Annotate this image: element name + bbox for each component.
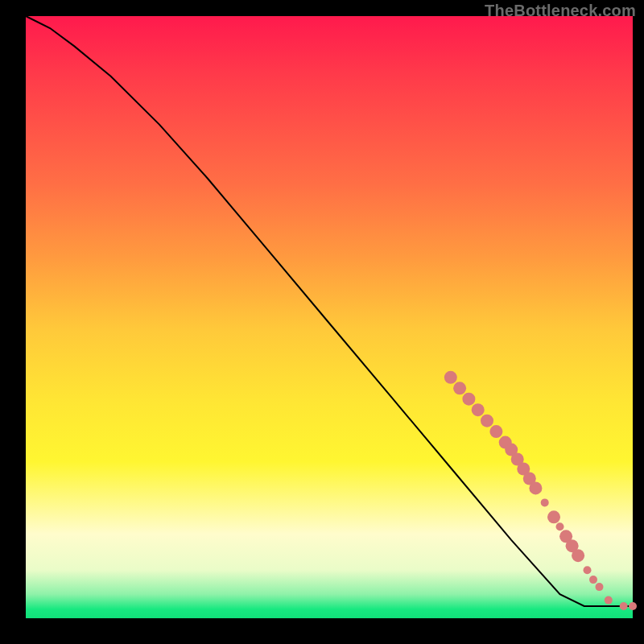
highlight-point — [489, 425, 502, 438]
bottleneck-curve-line — [26, 16, 633, 606]
highlight-point — [472, 403, 485, 416]
highlight-points-group — [444, 371, 637, 610]
highlight-point — [529, 481, 542, 494]
highlight-point — [572, 549, 584, 562]
highlight-point — [481, 415, 493, 427]
highlight-point — [547, 510, 560, 523]
chart-plot-area — [26, 16, 633, 618]
chart-frame: TheBottleneck.com — [0, 0, 644, 644]
highlight-point — [462, 393, 475, 406]
watermark-text: TheBottleneck.com — [485, 2, 636, 20]
highlight-point — [629, 602, 637, 610]
highlight-point — [453, 382, 466, 394]
highlight-point — [444, 371, 457, 384]
highlight-point — [541, 498, 549, 506]
highlight-point — [620, 602, 628, 610]
highlight-point — [584, 566, 592, 574]
chart-svg — [26, 16, 633, 618]
highlight-point — [556, 522, 564, 530]
highlight-point — [605, 597, 613, 605]
highlight-point — [589, 576, 597, 584]
highlight-point — [596, 583, 604, 591]
